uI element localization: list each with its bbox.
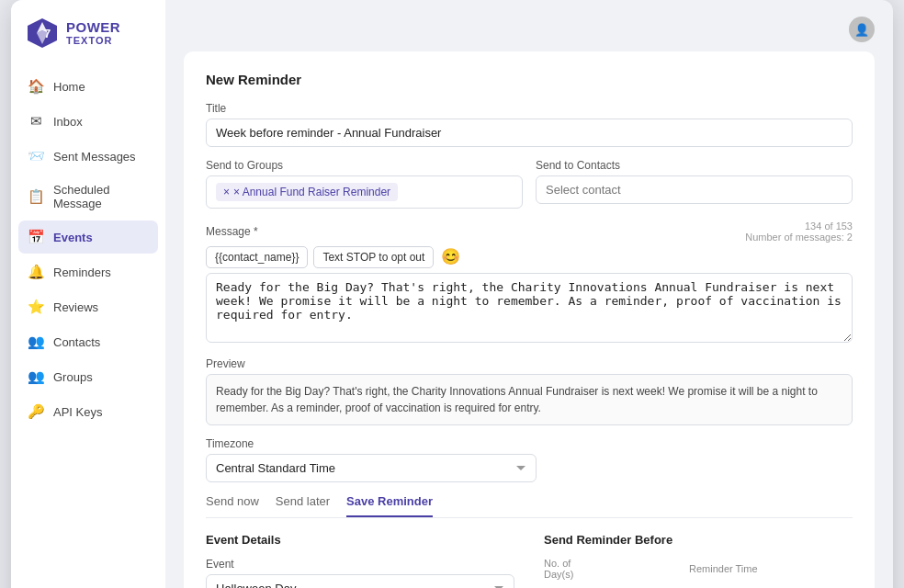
sidebar-item-apikeys[interactable]: 🔑 API Keys <box>18 395 158 428</box>
groups-group: Send to Groups × × Annual Fund Raiser Re… <box>206 159 523 209</box>
send-reminder-title: Send Reminder Before <box>544 533 853 547</box>
groups-label: Send to Groups <box>206 159 523 172</box>
preview-group: Preview Ready for the Big Day? That's ri… <box>206 357 853 425</box>
reminder-header: No. of Day(s) Reminder Time <box>544 558 853 580</box>
reviews-icon: ⭐ <box>28 299 44 315</box>
logo-power: POWER <box>66 20 120 36</box>
tab-save-reminder[interactable]: Save Reminder <box>346 494 433 517</box>
sidebar-label-apikeys: API Keys <box>53 405 102 419</box>
sidebar-label-reviews: Reviews <box>53 300 98 314</box>
sidebar-label-sent: Sent Messages <box>53 150 136 164</box>
event-label: Event <box>206 558 514 571</box>
tab-send-now[interactable]: Send now <box>206 494 259 517</box>
sidebar-item-reviews[interactable]: ⭐ Reviews <box>18 290 158 323</box>
event-select[interactable]: Halloween Day <box>206 574 514 588</box>
user-avatar[interactable]: 👤 <box>849 17 875 42</box>
sent-icon: 📨 <box>28 148 44 164</box>
main-card: New Reminder Title Send to Groups × × An… <box>184 51 875 588</box>
timezone-group: Timezone Central Standard Time Eastern S… <box>206 437 853 482</box>
two-panel: Event Details Event Halloween Day Event … <box>206 533 853 588</box>
scheduled-icon: 📋 <box>28 188 44 205</box>
contacts-group: Send to Contacts <box>536 159 853 209</box>
groups-input[interactable]: × × Annual Fund Raiser Reminder <box>206 175 523 209</box>
logo-textor: TEXTOR <box>66 35 120 46</box>
title-input[interactable] <box>206 119 853 147</box>
timezone-label: Timezone <box>206 437 853 450</box>
message-group: Message * 134 of 153 Number of messages:… <box>206 220 853 345</box>
top-bar: 👤 <box>184 17 875 42</box>
sidebar-nav: 🏠 Home ✉ Inbox 📨 Sent Messages 📋 Schedul… <box>11 66 165 432</box>
groups-icon: 👥 <box>28 368 44 385</box>
main-content: 👤 New Reminder Title Send to Groups × × … <box>165 0 893 588</box>
logo-text: POWER TEXTOR <box>66 20 120 47</box>
char-count: 134 of 153 <box>745 220 853 232</box>
tab-send-later[interactable]: Send later <box>276 494 330 517</box>
title-group: Title <box>206 102 853 147</box>
preview-box: Ready for the Big Day? That's right, the… <box>206 374 853 425</box>
sidebar-label-groups: Groups <box>53 370 93 384</box>
contacts-input[interactable] <box>536 175 853 204</box>
contacts-icon: 👥 <box>28 334 44 350</box>
title-label: Title <box>206 102 853 115</box>
sidebar-label-reminders: Reminders <box>53 266 111 279</box>
event-details-title: Event Details <box>206 533 514 547</box>
reminder-time-header: Reminder Time <box>689 563 772 574</box>
events-icon: 📅 <box>28 229 44 245</box>
message-label: Message * <box>206 225 258 238</box>
sidebar-label-home: Home <box>53 80 85 94</box>
home-icon: 🏠 <box>28 78 44 95</box>
sidebar-item-contacts[interactable]: 👥 Contacts <box>18 325 158 358</box>
sidebar-label-contacts: Contacts <box>53 335 100 349</box>
event-group: Event Halloween Day <box>206 558 514 588</box>
emoji-btn[interactable]: 😊 <box>439 245 462 268</box>
timezone-select[interactable]: Central Standard Time Eastern Standard T… <box>206 454 537 482</box>
preview-label: Preview <box>206 357 853 370</box>
sidebar-item-inbox[interactable]: ✉ Inbox <box>18 105 158 138</box>
inbox-icon: ✉ <box>28 113 44 130</box>
contact-name-btn[interactable]: {{contact_name}} <box>206 246 308 268</box>
apikeys-icon: 🔑 <box>28 403 44 420</box>
group-badge: × × Annual Fund Raiser Reminder <box>216 183 398 201</box>
event-details-panel: Event Details Event Halloween Day Event … <box>206 533 514 588</box>
no-days-header: No. of Day(s) <box>544 558 594 580</box>
sidebar-item-events[interactable]: 📅 Events <box>18 220 158 254</box>
sidebar-label-scheduled: Scheduled Message <box>53 183 149 210</box>
recipients-row: Send to Groups × × Annual Fund Raiser Re… <box>206 159 853 220</box>
logo: 7 POWER TEXTOR <box>11 0 165 66</box>
sidebar-item-sent[interactable]: 📨 Sent Messages <box>18 140 158 173</box>
logo-icon: 7 <box>26 17 59 50</box>
reminders-icon: 🔔 <box>28 264 44 280</box>
message-toolbar: {{contact_name}} Text STOP to opt out 😊 <box>206 245 853 268</box>
sidebar-label-inbox: Inbox <box>53 115 83 129</box>
char-info: 134 of 153 Number of messages: 2 <box>745 220 853 243</box>
sidebar-item-groups[interactable]: 👥 Groups <box>18 360 158 393</box>
action-tabs: Send now Send later Save Reminder <box>206 494 853 518</box>
sidebar-item-home[interactable]: 🏠 Home <box>18 70 158 103</box>
sidebar-item-reminders[interactable]: 🔔 Reminders <box>18 255 158 288</box>
card-title: New Reminder <box>206 72 853 87</box>
sidebar-item-scheduled[interactable]: 📋 Scheduled Message <box>18 175 158 219</box>
num-messages: Number of messages: 2 <box>745 232 853 243</box>
svg-text:7: 7 <box>44 27 51 40</box>
sidebar-label-events: Events <box>53 231 93 244</box>
contacts-label: Send to Contacts <box>536 159 853 172</box>
opt-out-btn[interactable]: Text STOP to opt out <box>313 246 434 268</box>
message-textarea[interactable]: Ready for the Big Day? That's right, the… <box>206 273 853 343</box>
send-reminder-panel: Send Reminder Before No. of Day(s) Remin… <box>544 533 853 588</box>
sidebar: 7 POWER TEXTOR 🏠 Home ✉ Inbox 📨 Sent Mes… <box>11 0 165 588</box>
